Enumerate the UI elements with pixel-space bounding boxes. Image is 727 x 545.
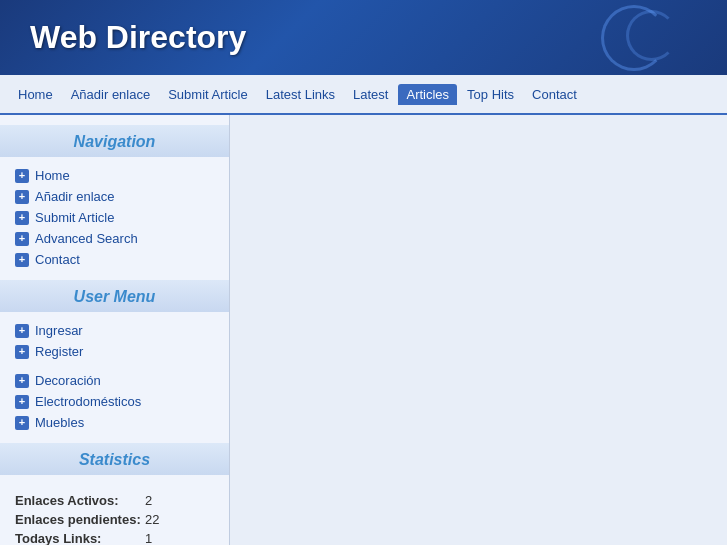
stats-value: 2 (145, 493, 152, 508)
stats-container: Enlaces Activos:2Enlaces pendientes:22To… (0, 483, 229, 545)
user-items: IngresarRegister (0, 320, 229, 362)
main-layout: Navigation HomeAñadir enlaceSubmit Artic… (0, 115, 727, 545)
nav-item-icon (15, 253, 29, 267)
nav-items: HomeAñadir enlaceSubmit ArticleAdvanced … (0, 165, 229, 270)
user-menu-item: Register (0, 341, 229, 362)
stats-label: Todays Links: (15, 531, 145, 545)
stats-label: Enlaces pendientes: (15, 512, 145, 527)
user-menu-title: User Menu (0, 280, 229, 312)
nav-item-link[interactable]: Advanced Search (35, 231, 138, 246)
extra-item: Electrodomésticos (0, 391, 229, 412)
extra-item-link[interactable]: Electrodomésticos (35, 394, 141, 409)
nav-item: Añadir enlace (0, 186, 229, 207)
main-content (230, 115, 727, 545)
site-title: Web Directory (30, 19, 246, 56)
stats-row: Todays Links:1 (15, 529, 214, 545)
user-item-link[interactable]: Ingresar (35, 323, 83, 338)
top-navigation: HomeAñadir enlaceSubmit ArticleLatest Li… (0, 75, 727, 115)
stats-row: Enlaces Activos:2 (15, 491, 214, 510)
nav-item-link[interactable]: Añadir enlace (35, 189, 115, 204)
nav-item-icon (15, 232, 29, 246)
nav-item-icon (15, 211, 29, 225)
user-menu-item: Ingresar (0, 320, 229, 341)
nav-item-link[interactable]: Submit Article (35, 210, 114, 225)
extra-items: DecoraciónElectrodomésticosMuebles (0, 370, 229, 433)
extra-item-link[interactable]: Muebles (35, 415, 84, 430)
top-nav-link-añadir-enlace[interactable]: Añadir enlace (63, 84, 159, 105)
top-nav-link-contact[interactable]: Contact (524, 84, 585, 105)
sidebar: Navigation HomeAñadir enlaceSubmit Artic… (0, 115, 230, 545)
nav-item: Home (0, 165, 229, 186)
nav-item-icon (15, 190, 29, 204)
top-nav-link-latest[interactable]: Latest (345, 84, 396, 105)
user-item-icon (15, 345, 29, 359)
stats-label: Enlaces Activos: (15, 493, 145, 508)
extra-item-icon (15, 374, 29, 388)
nav-item: Submit Article (0, 207, 229, 228)
nav-item-link[interactable]: Home (35, 168, 70, 183)
statistics-title: Statistics (0, 443, 229, 475)
extra-item: Muebles (0, 412, 229, 433)
user-item-icon (15, 324, 29, 338)
extra-item-icon (15, 395, 29, 409)
stats-value: 1 (145, 531, 152, 545)
nav-item-link[interactable]: Contact (35, 252, 80, 267)
header: Web Directory (0, 0, 727, 75)
stats-value: 22 (145, 512, 159, 527)
statistics-section: Statistics Enlaces Activos:2Enlaces pend… (0, 443, 229, 545)
extra-item-icon (15, 416, 29, 430)
nav-item: Contact (0, 249, 229, 270)
stats-row: Enlaces pendientes:22 (15, 510, 214, 529)
nav-item-icon (15, 169, 29, 183)
top-nav-links: HomeAñadir enlaceSubmit ArticleLatest Li… (10, 75, 585, 113)
top-nav-link-top-hits[interactable]: Top Hits (459, 84, 522, 105)
user-item-link[interactable]: Register (35, 344, 83, 359)
navigation-section: Navigation HomeAñadir enlaceSubmit Artic… (0, 125, 229, 270)
nav-item: Advanced Search (0, 228, 229, 249)
top-nav-link-home[interactable]: Home (10, 84, 61, 105)
divider (0, 362, 229, 370)
navigation-title: Navigation (0, 125, 229, 157)
top-nav-link-articles[interactable]: Articles (398, 84, 457, 105)
top-nav-link-submit-article[interactable]: Submit Article (160, 84, 255, 105)
extra-item-link[interactable]: Decoración (35, 373, 101, 388)
top-nav-link-latest-links[interactable]: Latest Links (258, 84, 343, 105)
extra-item: Decoración (0, 370, 229, 391)
user-menu-section: User Menu IngresarRegister DecoraciónEle… (0, 280, 229, 433)
